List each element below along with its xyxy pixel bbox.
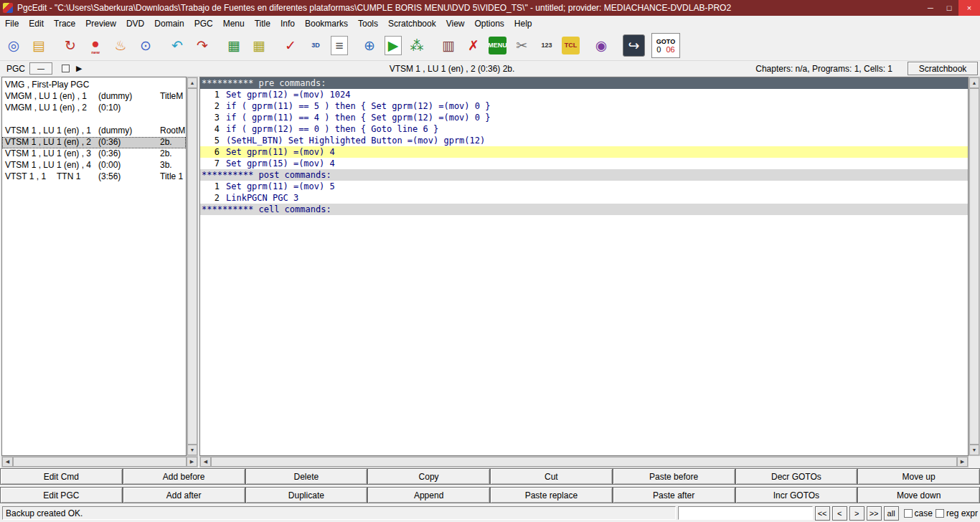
blade-icon[interactable]: ✂ [512, 36, 532, 56]
open-folder-icon[interactable]: ▤ [29, 36, 49, 56]
command-row[interactable]: 3if ( gprm(11) == 4 ) then { Set gprm(12… [200, 112, 968, 123]
scroll-up-icon[interactable]: ▲ [969, 77, 979, 88]
menu-view[interactable]: View [441, 17, 470, 30]
add-before-button[interactable]: Add before [123, 468, 245, 485]
paste-after-button[interactable]: Paste after [613, 487, 735, 503]
search-next-button[interactable]: > [849, 506, 864, 521]
search-all-button[interactable]: all [884, 506, 899, 521]
commands-hscrollbar[interactable]: ◀ ▶ [199, 456, 969, 468]
command-row[interactable]: 1Set gprm(12) =(mov) 1024 [200, 89, 968, 100]
notes-window-icon[interactable]: ▦ [249, 36, 269, 56]
command-section-header[interactable]: ********** pre commands: [200, 77, 968, 89]
scroll-left-icon[interactable]: ◀ [2, 457, 13, 467]
scroll-down-icon[interactable]: ▼ [187, 445, 197, 455]
log-window-icon[interactable]: ▦ [224, 36, 244, 56]
search-first-button[interactable]: << [815, 506, 830, 521]
search-prev-button[interactable]: < [832, 506, 847, 521]
menu-bookmarks[interactable]: Bookmarks [300, 17, 353, 30]
menu-title[interactable]: Title [250, 17, 275, 30]
pgc-list-item[interactable]: VMGM , LU 1 (en) , 1(dummy)TitleM [2, 91, 186, 103]
menu-file[interactable]: File [0, 17, 24, 30]
3d-view-icon[interactable]: 3D [306, 36, 326, 56]
menu-domain[interactable]: Domain [149, 17, 189, 30]
renumber-icon[interactable]: 123 [537, 36, 557, 56]
cell-trace-icon[interactable]: ⁂ [407, 36, 427, 56]
globe-icon[interactable]: ⊕ [359, 36, 380, 56]
pgc-list-item[interactable]: VMGM , LU 1 (en) , 2(0:10) [2, 103, 186, 114]
copy-button[interactable]: Copy [367, 468, 490, 485]
burn-dvd-icon[interactable]: ♨ [110, 36, 131, 56]
move-up-button[interactable]: Move up [857, 468, 980, 485]
maximize-button[interactable]: □ [940, 0, 958, 16]
reload-dvd-icon[interactable]: ↻ [60, 36, 80, 56]
move-down-button[interactable]: Move down [857, 487, 980, 503]
scroll-right-icon[interactable]: ▶ [187, 457, 197, 467]
command-row[interactable]: 4if ( gprm(12) == 0 ) then { Goto line 6… [200, 123, 968, 135]
pgc-list-hscrollbar[interactable]: ◀ ▶ [1, 456, 198, 468]
command-row[interactable]: 2if ( gprm(11) == 5 ) then { Set gprm(12… [200, 100, 968, 112]
search-last-button[interactable]: >> [867, 506, 882, 521]
case-checkbox-box[interactable] [904, 509, 913, 518]
command-section-header[interactable]: ********** post commands: [200, 169, 968, 181]
edit-cmd-button[interactable]: Edit Cmd [0, 468, 123, 485]
pgc-list-item[interactable]: VTST 1 , 1TTN 1(3:56)Title 1 [2, 171, 186, 183]
paste-replace-button[interactable]: Paste replace [490, 487, 613, 503]
decr-gotos-button[interactable]: Decr GOTOs [735, 468, 858, 485]
undo-icon[interactable]: ↶ [167, 36, 187, 56]
append-button[interactable]: Append [367, 487, 490, 503]
regexp-checkbox-box[interactable] [936, 509, 944, 518]
add-after-button[interactable]: Add after [123, 487, 245, 503]
menu-info[interactable]: Info [275, 17, 300, 30]
scroll-right-icon[interactable]: ▶ [957, 457, 968, 467]
menu-scratchbook[interactable]: Scratchbook [383, 17, 441, 30]
command-row[interactable]: 1Set gprm(11) =(mov) 5 [200, 181, 968, 192]
command-row[interactable]: 5(SetHL_BTN) Set Highlighted Button =(mo… [200, 135, 968, 146]
menu-edit[interactable]: Edit [24, 17, 49, 30]
pgc-list-item[interactable] [2, 114, 186, 125]
command-row[interactable]: 6Set gprm(11) =(mov) 4 [200, 146, 968, 158]
menu-pgc[interactable]: PGC [189, 17, 218, 30]
menu-editor-icon[interactable]: MENU [489, 37, 507, 54]
scroll-thumb[interactable] [211, 457, 957, 467]
pgc-list-item[interactable]: VTSM 1 , LU 1 (en) , 1(dummy)RootM [2, 125, 186, 137]
kill-pgc-icon[interactable]: ✗ [463, 36, 484, 56]
menu-tools[interactable]: Tools [353, 17, 383, 30]
pgc-list-item[interactable]: VTSM 1 , LU 1 (en) , 4(0:00)3b. [2, 160, 186, 171]
regexp-checkbox[interactable]: reg expr [936, 508, 978, 518]
check-dvd-icon[interactable]: ✓ [281, 36, 301, 56]
menu-options[interactable]: Options [470, 17, 509, 30]
play-pgc-button[interactable]: ▶ [76, 64, 82, 73]
pgc-list-item[interactable]: VTSM 1 , LU 1 (en) , 3(0:36)2b. [2, 148, 186, 160]
paste-before-button[interactable]: Paste before [613, 468, 735, 485]
commands-vscrollbar[interactable]: ▲ ▼ [969, 77, 980, 456]
redo-icon[interactable]: ↷ [192, 36, 212, 56]
command-section-header[interactable]: ********** cell commands: [200, 204, 968, 215]
pgc-list-item[interactable]: VMG , First-Play PGC [2, 80, 186, 91]
menu-preview[interactable]: Preview [80, 17, 121, 30]
search-input[interactable] [678, 506, 813, 520]
menu-preview-icon[interactable]: ▶ [385, 36, 402, 55]
clipboard-icon[interactable]: ≡ [331, 36, 348, 55]
goto-mode-icon[interactable]: ↪ [623, 34, 645, 57]
menu-menu[interactable]: Menu [218, 17, 250, 30]
scroll-down-icon[interactable]: ▼ [969, 445, 979, 455]
duplicate-button[interactable]: Duplicate [245, 487, 368, 503]
pgc-list-item[interactable]: VTSM 1 , LU 1 (en) , 2(0:36)2b. [2, 137, 186, 148]
delete-button[interactable]: Delete [245, 468, 368, 485]
command-row[interactable]: 2LinkPGCN PGC 3 [200, 192, 968, 204]
scroll-up-icon[interactable]: ▲ [187, 77, 197, 88]
pgc-flag-checkbox[interactable] [62, 65, 70, 72]
open-dvd-icon[interactable]: ◎ [4, 36, 24, 56]
scroll-thumb[interactable] [969, 88, 979, 445]
commands-table-icon[interactable]: ▥ [438, 36, 458, 56]
search-icon[interactable]: ⊙ [136, 36, 156, 56]
close-button[interactable]: × [958, 0, 980, 16]
menu-help[interactable]: Help [509, 17, 537, 30]
scroll-thumb[interactable] [187, 88, 197, 445]
minimize-button[interactable]: ─ [921, 0, 940, 16]
scroll-left-icon[interactable]: ◀ [200, 457, 211, 467]
case-checkbox[interactable]: case [904, 508, 933, 518]
pgc-list-vscrollbar[interactable]: ▲ ▼ [187, 77, 198, 456]
pgc-selector-button[interactable]: — [29, 62, 52, 75]
command-row[interactable]: 7Set gprm(15) =(mov) 4 [200, 158, 968, 169]
